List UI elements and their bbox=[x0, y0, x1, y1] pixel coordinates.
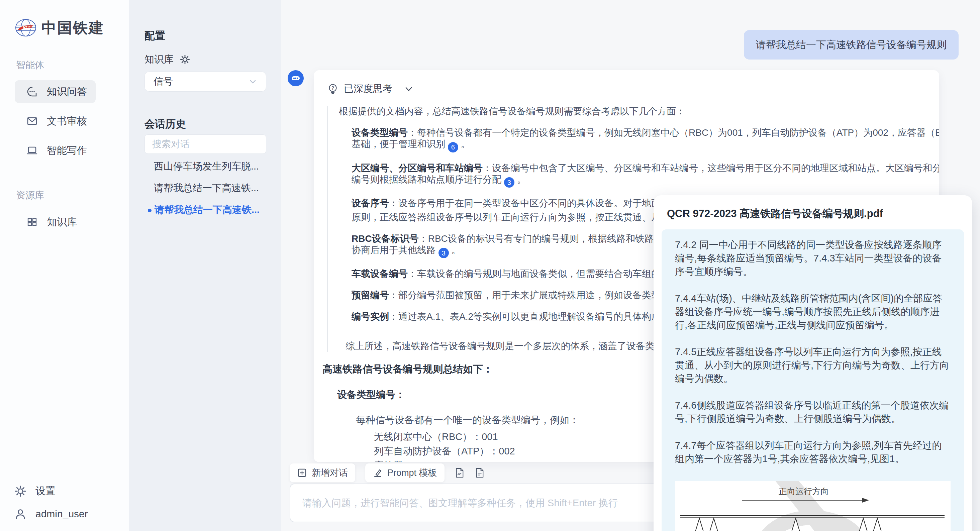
grid-icon bbox=[26, 216, 38, 228]
robot-icon bbox=[291, 73, 301, 83]
user-account[interactable]: admin_user bbox=[14, 507, 88, 520]
sidebar-item-doc-review[interactable]: 文书审核 bbox=[15, 110, 95, 132]
prompt-template-label: Prompt 模板 bbox=[387, 467, 437, 479]
point-text: 。 bbox=[514, 174, 527, 184]
thinking-line: 大区编号、分区编号和车站编号：设备编号中包含了大区编号、分区编号和车站编号，这些… bbox=[352, 162, 939, 174]
pdf-paragraph: 7.4.7每个应答器组以列车正向运行方向为参照,列车首先经过的组内第一个应答器为… bbox=[675, 439, 951, 466]
crcc-globe-icon: RCC bbox=[15, 17, 37, 39]
thinking-line: 设备类型编号：每种信号设备都有一个特定的设备类型编号，例如无线闭塞中心（RBC）… bbox=[352, 127, 939, 138]
ellipsis: ... bbox=[892, 528, 900, 531]
pdf-paragraph: 7.4.5正线应答器组设备序号以列车正向运行方向为参照,按正线贯通、从小到大的原… bbox=[675, 345, 951, 385]
pen-icon bbox=[372, 468, 383, 478]
pdf-content: 7.4.2 同一中心用于不同线路的同一类型设备应按线路逐条顺序编号,每条线路应适… bbox=[662, 229, 964, 531]
chat-bubble-icon bbox=[26, 86, 38, 98]
app-root: RCC 中国铁建 智能体 知识问答 文书审核 智能写作 bbox=[0, 0, 980, 531]
conversation-item-active[interactable]: 请帮我总结一下高速铁... bbox=[148, 203, 258, 217]
search-input[interactable] bbox=[145, 135, 266, 154]
pdf-preview-panel: QCR 972-2023 高速铁路信号设备编号规则.pdf 7.4.2 同一中心… bbox=[654, 195, 972, 531]
point-title: 设备类型编号 bbox=[352, 127, 408, 138]
export-image-button[interactable] bbox=[455, 468, 465, 478]
thinking-line: 基础，便于管理和识别 6 。 bbox=[352, 138, 939, 153]
brand-logo: RCC 中国铁建 bbox=[15, 17, 104, 39]
balise-numbering-figure: 正向运行方向 1 2 ... bbox=[675, 481, 951, 531]
prompt-template-button[interactable]: Prompt 模板 bbox=[365, 463, 444, 482]
point-title: RBC设备标识号 bbox=[352, 234, 419, 244]
kb-select[interactable]: 信号 bbox=[145, 72, 266, 92]
bulb-question-icon: ? bbox=[327, 83, 339, 95]
direction-label: 正向运行方向 bbox=[779, 486, 829, 496]
sidebar-item-smart-writing[interactable]: 智能写作 bbox=[15, 139, 95, 162]
conversation-title: 请帮我总结一下高速铁... bbox=[154, 183, 259, 193]
settings-button[interactable]: 设置 bbox=[14, 484, 56, 498]
sidebar: RCC 中国铁建 智能体 知识问答 文书审核 智能写作 bbox=[0, 0, 129, 531]
conversation-item[interactable]: 西山停车场发生列车脱... bbox=[154, 160, 264, 173]
pdf-title: QCR 972-2023 高速铁路信号设备编号规则.pdf bbox=[667, 207, 960, 221]
point-text: 编号则根据线路和站点顺序进行分配 bbox=[352, 174, 504, 184]
conversation-search bbox=[145, 134, 266, 154]
point-title: 预留编号 bbox=[352, 290, 389, 300]
sidebar-item-knowledge-base[interactable]: 知识库 bbox=[15, 211, 95, 234]
citation-badge[interactable]: 6 bbox=[448, 142, 458, 153]
point-text: 协商后用于其他线路 bbox=[352, 245, 439, 255]
gear-icon[interactable] bbox=[180, 54, 190, 65]
assistant-avatar bbox=[288, 70, 304, 86]
config-panel: 配置 知识库 信号 会话历史 bbox=[129, 0, 281, 531]
point-text: 基础，便于管理和识别 bbox=[352, 139, 448, 149]
pdf-paragraph: 7.4.6侧线股道应答器组设备序号以临近正线的第一个股道依次编号,下行侧股道编号… bbox=[675, 399, 951, 425]
thinking-line: 编号则根据线路和站点顺序进行分配 3 。 bbox=[352, 174, 939, 188]
history-title: 会话历史 bbox=[145, 117, 186, 131]
thinking-point: 设备类型编号：每种信号设备都有一个特定的设备类型编号，例如无线闭塞中心（RBC）… bbox=[339, 127, 939, 153]
settings-label: 设置 bbox=[35, 484, 56, 498]
deep-think-label: 已深度思考 bbox=[344, 82, 392, 95]
point-title: 编号实例 bbox=[352, 311, 389, 322]
gear-icon bbox=[14, 485, 27, 498]
active-dot bbox=[148, 209, 151, 212]
pdf-paragraph: 7.4.4车站(场)、中继站及线路所管辖范围内(含区间)的全部应答器组设备序号应… bbox=[675, 292, 951, 332]
conversation-title: 请帮我总结一下高速铁... bbox=[154, 204, 259, 215]
laptop-icon bbox=[26, 145, 38, 156]
sidebar-item-label: 知识问答 bbox=[47, 85, 87, 99]
conversation-title: 西山停车场发生列车脱... bbox=[154, 161, 259, 172]
svg-text:?: ? bbox=[331, 85, 334, 91]
pdf-paragraph: 7.4.2 同一中心用于不同线路的同一类型设备应按线路逐条顺序编号,每条线路应适… bbox=[675, 238, 951, 278]
user-icon bbox=[14, 507, 27, 520]
point-text: ：每种信号设备都有一个特定的设备类型编号，例如无线闭塞中心（RBC）为001，列… bbox=[408, 127, 939, 138]
svg-text:RCC: RCC bbox=[23, 25, 32, 30]
point-text: 。 bbox=[458, 139, 470, 149]
chevron-down-icon bbox=[248, 77, 257, 86]
thinking-point: 大区编号、分区编号和车站编号：设备编号中包含了大区编号、分区编号和车站编号，这些… bbox=[339, 162, 939, 188]
point-text: 。 bbox=[449, 245, 461, 255]
sidebar-item-label: 智能写作 bbox=[47, 144, 87, 157]
brand-name: 中国铁建 bbox=[41, 18, 104, 38]
ellipsis: ... bbox=[729, 528, 736, 531]
sidebar-item-label: 知识库 bbox=[47, 215, 77, 229]
envelope-icon bbox=[26, 115, 38, 127]
file-text-icon bbox=[475, 467, 485, 479]
file-image-icon bbox=[455, 467, 465, 479]
point-title: 大区编号、分区编号和车站编号 bbox=[352, 163, 483, 173]
sidebar-item-label: 文书审核 bbox=[47, 114, 87, 128]
citation-badge[interactable]: 3 bbox=[504, 177, 514, 188]
point-title: 车载设备编号 bbox=[352, 269, 408, 279]
sidebar-item-knowledge-qa[interactable]: 知识问答 bbox=[15, 80, 95, 103]
section-resources: 资源库 bbox=[16, 189, 44, 202]
citation-badge[interactable]: 3 bbox=[439, 248, 449, 258]
export-doc-button[interactable] bbox=[475, 468, 485, 478]
plus-square-icon bbox=[297, 468, 307, 478]
thinking-intro: 根据提供的文档内容，总结高速铁路信号设备编号规则需要综合考虑以下几个方面： bbox=[339, 106, 939, 117]
chat-toolbar: 新增对话 Prompt 模板 bbox=[290, 463, 485, 482]
conversation-item[interactable]: 请帮我总结一下高速铁... bbox=[154, 181, 264, 195]
username-label: admin_user bbox=[35, 508, 88, 520]
user-message-bubble: 请帮我总结一下高速铁路信号设备编号规则 bbox=[744, 30, 959, 59]
point-title: 设备序号 bbox=[352, 198, 389, 208]
deep-think-toggle[interactable]: ? 已深度思考 bbox=[327, 82, 939, 95]
kb-selected-value: 信号 bbox=[154, 75, 173, 88]
new-chat-button[interactable]: 新增对话 bbox=[290, 463, 355, 482]
config-title: 配置 bbox=[145, 29, 165, 43]
point-text: ：设备编号中包含了大区编号、分区编号和车站编号，这些编号用于区分不同的地理区域和… bbox=[483, 163, 939, 173]
section-agents: 智能体 bbox=[16, 59, 44, 72]
kb-label: 知识库 bbox=[145, 53, 173, 66]
new-chat-label: 新增对话 bbox=[312, 467, 348, 479]
chevron-down-icon bbox=[404, 84, 414, 94]
